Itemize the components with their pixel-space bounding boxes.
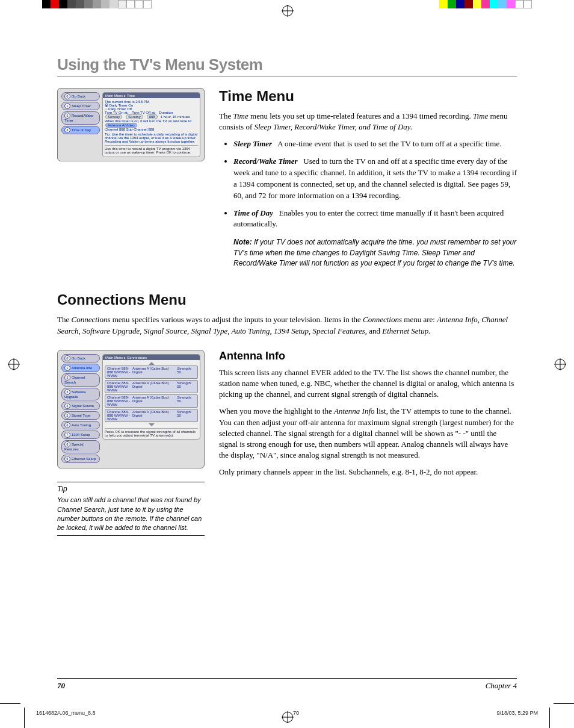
tip-block: Tip You can still add a channel that was… bbox=[57, 482, 205, 536]
connections-intro: The Connections menu specifies various w… bbox=[57, 314, 517, 336]
time-menu-heading: Time Menu bbox=[219, 88, 517, 105]
list-item: Record/Wake Timer Used to turn the TV on… bbox=[233, 156, 517, 201]
antenna-info-heading: Antenna Info bbox=[219, 350, 517, 362]
registration-mark-right bbox=[555, 359, 566, 370]
crop-mark bbox=[549, 708, 550, 728]
crop-mark bbox=[554, 703, 574, 704]
page-number: 70 bbox=[57, 681, 65, 691]
meta-page: 70 bbox=[293, 710, 299, 716]
registration-mark-top bbox=[282, 5, 293, 16]
page: Using the TV's Menu System 0Go Back 1Sle… bbox=[0, 0, 574, 728]
antenna-info-p2: When you move the highlight to the Anten… bbox=[219, 406, 517, 461]
time-menu-list: Sleep Timer A one-time event that is use… bbox=[219, 138, 517, 230]
scroll-up-icon bbox=[149, 362, 155, 365]
connections-heading: Connections Menu bbox=[57, 291, 517, 308]
registration-mark-left bbox=[8, 359, 19, 370]
time-menu-block: 0Go Back 1Sleep Timer 2Record/Wake Timer… bbox=[57, 88, 517, 276]
page-footer: 70 Chapter 4 bbox=[57, 678, 517, 691]
crop-mark bbox=[0, 703, 20, 704]
antenna-info-p1: This screen lists any channel EVER added… bbox=[219, 367, 517, 400]
content-area: Using the TV's Menu System 0Go Back 1Sle… bbox=[57, 55, 517, 538]
connections-screenshot: 0Go Back 1Antenna Info 2Channel Search 3… bbox=[57, 350, 205, 468]
tip-body: You can still add a channel that was not… bbox=[57, 496, 205, 533]
colorbar-right bbox=[439, 0, 532, 8]
time-menu-screenshot: 0Go Back 1Sleep Timer 2Record/Wake Timer… bbox=[57, 88, 205, 161]
meta-date: 9/18/03, 5:29 PM bbox=[496, 710, 538, 716]
colorbar-left bbox=[42, 0, 152, 8]
antenna-info-p3: Only primary channels appear in the list… bbox=[219, 467, 517, 478]
scroll-down-icon bbox=[149, 423, 155, 426]
antenna-info-block: 0Go Back 1Antenna Info 2Channel Search 3… bbox=[57, 350, 517, 538]
print-meta: 1614682A.06_menu_8.8 70 9/18/03, 5:29 PM bbox=[36, 710, 538, 716]
chapter-title: Using the TV's Menu System bbox=[57, 55, 517, 74]
tip-heading: Tip bbox=[57, 485, 205, 493]
rule bbox=[57, 76, 517, 77]
meta-file: 1614682A.06_menu_8.8 bbox=[36, 710, 96, 716]
time-menu-intro: The Time menu lets you set up time-relat… bbox=[219, 111, 517, 132]
time-menu-note: Note: If your TV does not automatically … bbox=[233, 237, 517, 269]
crop-mark bbox=[24, 708, 25, 728]
list-item: Sleep Timer A one-time event that is use… bbox=[233, 138, 517, 150]
chapter-label: Chapter 4 bbox=[486, 681, 517, 691]
list-item: Time of Day Enables you to enter the cor… bbox=[233, 208, 517, 231]
connections-block: Connections Menu The Connections menu sp… bbox=[57, 291, 517, 336]
